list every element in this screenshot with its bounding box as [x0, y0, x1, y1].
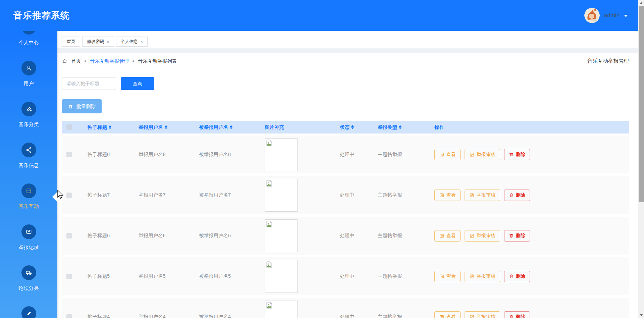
- reporter-cell: 举报用户名5: [139, 273, 199, 279]
- tab-close-icon[interactable]: ×: [141, 40, 143, 44]
- column-header-举报类型[interactable]: 举报类型: [378, 124, 432, 130]
- user-icon: [25, 65, 32, 71]
- sort-icon[interactable]: [399, 125, 401, 129]
- delete-button[interactable]: 删除: [504, 271, 530, 282]
- report-review-button[interactable]: 举报审核: [465, 149, 500, 160]
- report-type-cell: 主题帖举报: [378, 232, 432, 239]
- reported-cell: 被举报用户名4: [199, 314, 265, 318]
- trash-icon: [509, 274, 514, 279]
- report-type: 主题帖举报: [378, 314, 402, 318]
- scrollbar[interactable]: [638, 0, 644, 318]
- batch-delete-button[interactable]: 批量删除: [62, 99, 102, 113]
- report-review-button[interactable]: 举报审核: [465, 311, 500, 318]
- status-text: 处理中: [340, 151, 355, 158]
- calendar-icon: [25, 188, 32, 194]
- post-title: 帖子标题4: [88, 314, 110, 318]
- chevron-down-icon: [624, 15, 628, 17]
- reported-name: 被举报用户名8: [199, 151, 231, 158]
- sort-icon[interactable]: [109, 125, 111, 129]
- tab-修改密码[interactable]: 修改密码 ×: [82, 37, 114, 47]
- reports-table: 帖子标题举报用户名被举报用户名图片补充状态举报类型操作 帖子标题8举报用户名8被…: [62, 121, 629, 318]
- select-all-checkbox[interactable]: [66, 124, 72, 130]
- tab-close-icon[interactable]: ×: [107, 40, 109, 44]
- view-button[interactable]: 查看: [434, 149, 461, 160]
- pen-icon: [25, 310, 32, 317]
- user-menu[interactable]: admin: [584, 8, 628, 23]
- view-icon: [439, 314, 444, 318]
- column-header-帖子标题[interactable]: 帖子标题: [88, 124, 139, 130]
- view-button[interactable]: 查看: [434, 271, 461, 282]
- content-area: 首页 修改密码 × 个人信息 × 首页 音乐互动举报管理 音乐互动举报列表 音乐…: [57, 31, 638, 318]
- breadcrumb-home[interactable]: 首页: [71, 58, 81, 64]
- post-title: 帖子标题6: [88, 232, 110, 239]
- tab-个人信息[interactable]: 个人信息 ×: [116, 37, 148, 47]
- status-text: 处理中: [340, 192, 355, 198]
- sort-icon[interactable]: [351, 125, 354, 129]
- column-label: 图片补充: [265, 124, 284, 130]
- sidebar-item-举报记录[interactable]: 举报记录: [0, 224, 57, 251]
- breadcrumb-section[interactable]: 音乐互动举报管理: [90, 58, 129, 64]
- post-title: 帖子标题5: [88, 273, 110, 279]
- edit-icon: [469, 193, 475, 198]
- image-placeholder: [265, 179, 298, 212]
- scroll-up-button[interactable]: [638, 0, 644, 6]
- view-button[interactable]: 查看: [434, 230, 461, 242]
- trash-icon: [509, 193, 514, 198]
- column-header-举报用户名[interactable]: 举报用户名: [139, 124, 199, 130]
- tab-首页[interactable]: 首页: [62, 37, 80, 47]
- report-type-cell: 主题帖举报: [378, 314, 432, 318]
- avatar[interactable]: [584, 8, 600, 23]
- scroll-down-button[interactable]: [638, 312, 644, 318]
- image-cell: [265, 301, 340, 318]
- reporter-name: 举报用户名6: [139, 232, 166, 239]
- row-checkbox[interactable]: [66, 152, 72, 157]
- breadcrumb-current: 音乐互动举报列表: [138, 58, 177, 64]
- delete-button[interactable]: 删除: [504, 190, 530, 201]
- sidebar-item-label: 个人中心: [0, 39, 57, 46]
- sidebar-item-音乐信息[interactable]: 音乐信息: [0, 143, 57, 169]
- view-button[interactable]: 查看: [434, 311, 461, 318]
- column-header-状态[interactable]: 状态: [340, 124, 378, 130]
- row-checkbox[interactable]: [66, 314, 72, 318]
- status-text: 处理中: [340, 232, 355, 239]
- delete-button[interactable]: 删除: [504, 149, 530, 160]
- table-header: 帖子标题举报用户名被举报用户名图片补充状态举报类型操作: [62, 121, 629, 134]
- edit-icon: [469, 233, 475, 238]
- sort-icon[interactable]: [165, 125, 167, 129]
- reporter-name: 举报用户名7: [139, 192, 166, 198]
- sidebar-item-个人中心[interactable]: 个人中心: [0, 31, 57, 46]
- sidebar-item-label: 音乐信息: [0, 162, 57, 169]
- report-review-button[interactable]: 举报审核: [465, 190, 500, 201]
- sort-icon[interactable]: [230, 125, 232, 129]
- row-checkbox[interactable]: [66, 274, 72, 279]
- report-type: 主题帖举报: [378, 151, 402, 158]
- select-all-cell: [62, 124, 88, 130]
- sidebar-item-label: 用户: [0, 80, 57, 87]
- search-input[interactable]: [62, 77, 116, 90]
- report-type: 主题帖举报: [378, 273, 402, 279]
- scrollbar-thumb[interactable]: [639, 6, 644, 202]
- report-review-button[interactable]: 举报审核: [465, 271, 500, 282]
- column-header-操作: 操作: [432, 124, 629, 130]
- report-type-cell: 主题帖举报: [378, 192, 432, 198]
- sidebar-item-论坛分类[interactable]: 论坛分类: [0, 265, 57, 292]
- table-row: 帖子标题6举报用户名6被举报用户名6处理中主题帖举报查看举报审核删除: [62, 217, 629, 255]
- report-review-button[interactable]: 举报审核: [465, 230, 500, 242]
- sidebar-item-用户[interactable]: 用户: [0, 61, 57, 87]
- page-title: 音乐互动举报管理: [587, 58, 629, 65]
- row-checkbox[interactable]: [66, 233, 72, 238]
- view-icon: [439, 233, 444, 238]
- sidebar-item-音乐互动[interactable]: 音乐互动: [0, 183, 57, 210]
- row-checkbox-cell: [62, 314, 88, 318]
- status-text: 处理中: [340, 314, 355, 318]
- column-header-被举报用户名[interactable]: 被举报用户名: [199, 124, 265, 130]
- sidebar-item-hidden-7[interactable]: [0, 306, 57, 318]
- delete-button[interactable]: 删除: [504, 311, 530, 318]
- sidebar-item-音乐分类[interactable]: 音乐分类: [0, 102, 57, 128]
- search-button[interactable]: 查询: [121, 77, 154, 90]
- delete-button[interactable]: 删除: [504, 230, 530, 242]
- row-checkbox[interactable]: [66, 193, 72, 198]
- column-label: 举报类型: [378, 124, 397, 130]
- reporter-cell: 举报用户名7: [139, 192, 199, 198]
- view-button[interactable]: 查看: [434, 190, 461, 201]
